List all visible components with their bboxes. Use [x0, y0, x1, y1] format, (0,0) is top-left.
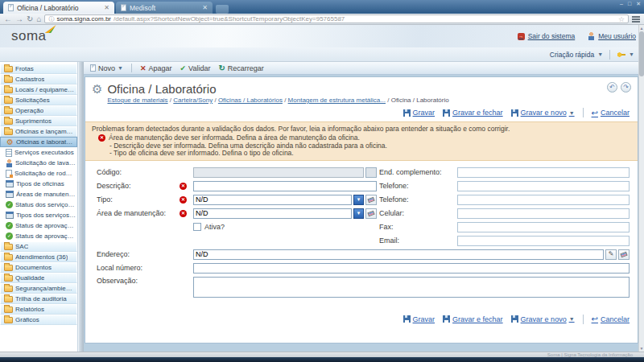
- breadcrumb-separator: /: [283, 97, 288, 104]
- save-new-button[interactable]: Gravar e novo ▼: [511, 109, 575, 117]
- sidebar-item-0[interactable]: Frotas: [0, 64, 77, 74]
- forward-icon[interactable]: →: [15, 14, 23, 24]
- browser-tab-inactive[interactable]: Medisoft ✕: [116, 2, 213, 14]
- scroll-down-icon[interactable]: ▼: [639, 346, 644, 351]
- cancel-button[interactable]: ↩ Cancelar: [592, 315, 630, 323]
- new-tab-button[interactable]: [216, 5, 229, 14]
- sidebar-item-10[interactable]: Solicitação de rodagem: [0, 168, 77, 179]
- telefone2-field[interactable]: [457, 195, 630, 205]
- bookmark-star-icon[interactable]: ☆: [618, 15, 625, 23]
- celular-field[interactable]: [457, 208, 630, 219]
- notifications-dropdown[interactable]: ▼: [617, 51, 634, 59]
- refresh-icon: ↻: [218, 64, 225, 72]
- maximize-icon[interactable]: □: [628, 1, 631, 7]
- minimize-icon[interactable]: –: [620, 1, 623, 7]
- quick-create-dropdown[interactable]: Criação rápida ▼: [550, 51, 603, 59]
- logout-link[interactable]: → Sair do sistema: [518, 32, 576, 40]
- sidebar-item-23[interactable]: Relatórios: [0, 304, 77, 315]
- sidebar-item-19[interactable]: Documentos: [0, 262, 77, 273]
- breadcrumb-item[interactable]: Estoque de materiais: [107, 97, 167, 104]
- sidebar-item-22[interactable]: Trilha de auditoria: [0, 294, 77, 304]
- endereco-clear-button[interactable]: [618, 249, 630, 260]
- browser-tab-active[interactable]: Oficina / Laboratório ✕: [3, 2, 114, 14]
- delete-button[interactable]: ✕ Apagar: [140, 64, 172, 72]
- sidebar-item-2[interactable]: Locais / equipamentos: [0, 84, 77, 95]
- breadcrumb-item[interactable]: Oficinas / Laboratórios: [218, 97, 283, 104]
- scrollbar-thumb[interactable]: [639, 31, 644, 76]
- area-manutencao-field[interactable]: [193, 208, 352, 219]
- area-manutencao-label: Área de manutenção:: [97, 209, 177, 217]
- area-dropdown-icon[interactable]: ▼: [353, 208, 364, 219]
- record-prev-button[interactable]: ↶: [607, 82, 617, 93]
- sidebar-item-18[interactable]: Atendimentos (36): [0, 252, 77, 262]
- sidebar-item-5[interactable]: Suprimentos: [0, 116, 77, 126]
- validate-button[interactable]: ✔ Validar: [180, 64, 211, 72]
- save-new-icon: [511, 315, 518, 323]
- sidebar-item-label: Operação: [15, 107, 43, 114]
- logout-icon: →: [518, 33, 525, 40]
- breadcrumb-separator: /: [386, 97, 391, 104]
- scroll-up-icon[interactable]: ▲: [639, 26, 644, 31]
- endereco-edit-button[interactable]: ✎: [605, 249, 617, 260]
- sidebar-item-6[interactable]: Oficinas e lançamentos: [0, 126, 77, 137]
- record-next-button[interactable]: ↷: [621, 82, 631, 93]
- telefone1-label: Telefone:: [379, 182, 455, 190]
- breadcrumb-item[interactable]: Montagem de estrutura metálica...: [288, 97, 386, 104]
- sidebar-item-9[interactable]: Solicitação de lavagem: [0, 158, 77, 168]
- cancel-button[interactable]: ↩ Cancelar: [592, 109, 630, 117]
- tipo-clear-button[interactable]: [365, 195, 377, 205]
- sidebar-splitter[interactable]: [78, 62, 84, 352]
- fax-field[interactable]: [457, 222, 630, 232]
- sidebar-item-4[interactable]: Operação: [0, 105, 77, 116]
- endereco-field[interactable]: [193, 249, 604, 260]
- email-field[interactable]: [457, 236, 630, 246]
- sidebar-item-label: Áreas de manutenção: [16, 191, 76, 198]
- sidebar-item-21[interactable]: Segurança/ambiental: [0, 283, 77, 294]
- breadcrumb-item[interactable]: Carteira/Sony: [173, 97, 213, 104]
- page-info-icon[interactable]: ⓘ: [48, 15, 54, 23]
- descricao-field[interactable]: [193, 181, 377, 191]
- window-controls: – □ ✕: [620, 1, 641, 7]
- sidebar-item-15[interactable]: ✓Status de aprovação de manutenção: [0, 220, 77, 231]
- sidebar-item-17[interactable]: SAC: [0, 241, 77, 252]
- end-complemento-field[interactable]: [457, 167, 630, 178]
- browser-menu-icon[interactable]: [632, 16, 640, 23]
- new-page-icon: [90, 64, 96, 72]
- save-close-button[interactable]: Gravar e fechar: [443, 109, 503, 117]
- account-link[interactable]: Meu usuário: [588, 32, 636, 40]
- reload-icon[interactable]: ↻: [27, 14, 33, 24]
- save-new-button[interactable]: Gravar e novo ▼: [511, 315, 575, 323]
- observacao-field[interactable]: [193, 277, 630, 298]
- sidebar-item-8[interactable]: Serviços executados: [0, 147, 77, 158]
- tab-close-icon[interactable]: ✕: [202, 5, 208, 11]
- ativa-checkbox[interactable]: [193, 223, 201, 231]
- sidebar-item-label: Solicitação de lavagem: [15, 159, 76, 167]
- sidebar-item-11[interactable]: Tipos de oficinas: [0, 179, 77, 189]
- area-clear-button[interactable]: [365, 208, 377, 219]
- page-scrollbar[interactable]: ▲ ▼: [638, 25, 644, 352]
- sidebar-item-13[interactable]: ✓Status dos serviços executados: [0, 200, 77, 210]
- home-icon[interactable]: ⌂: [36, 14, 41, 24]
- sidebar-item-label: Trilha de auditoria: [15, 295, 67, 302]
- back-icon[interactable]: ←: [4, 14, 12, 24]
- save-button[interactable]: Gravar: [403, 315, 436, 323]
- sidebar-item-12[interactable]: Áreas de manutenção: [0, 189, 77, 200]
- sidebar-item-16[interactable]: ✓Status de aprovação dos serviços: [0, 231, 77, 241]
- save-close-button[interactable]: Gravar e fechar: [443, 315, 503, 323]
- tab-close-icon[interactable]: ✕: [104, 5, 109, 11]
- tipo-dropdown-icon[interactable]: ▼: [353, 195, 364, 205]
- url-input[interactable]: ⓘ soma.signa.com.br /default.aspx?Shortc…: [44, 14, 629, 23]
- new-button[interactable]: Novo ▼: [90, 64, 123, 72]
- sidebar-item-1[interactable]: Cadastros: [0, 74, 77, 84]
- close-icon[interactable]: ✕: [636, 1, 641, 7]
- reload-record-button[interactable]: ↻ Recarregar: [218, 64, 263, 72]
- tipo-field[interactable]: [193, 195, 352, 205]
- sidebar-item-24[interactable]: Gráficos: [0, 315, 77, 325]
- sidebar-item-14[interactable]: Tipos dos serviços executados: [0, 210, 77, 220]
- sidebar-item-7[interactable]: ⚙Oficinas e laboratórios: [0, 137, 77, 147]
- save-button[interactable]: Gravar: [403, 109, 436, 117]
- sidebar-item-20[interactable]: Qualidade: [0, 273, 77, 283]
- telefone1-field[interactable]: [457, 181, 630, 191]
- local-numero-field[interactable]: [193, 263, 630, 274]
- sidebar-item-3[interactable]: Solicitações: [0, 95, 77, 105]
